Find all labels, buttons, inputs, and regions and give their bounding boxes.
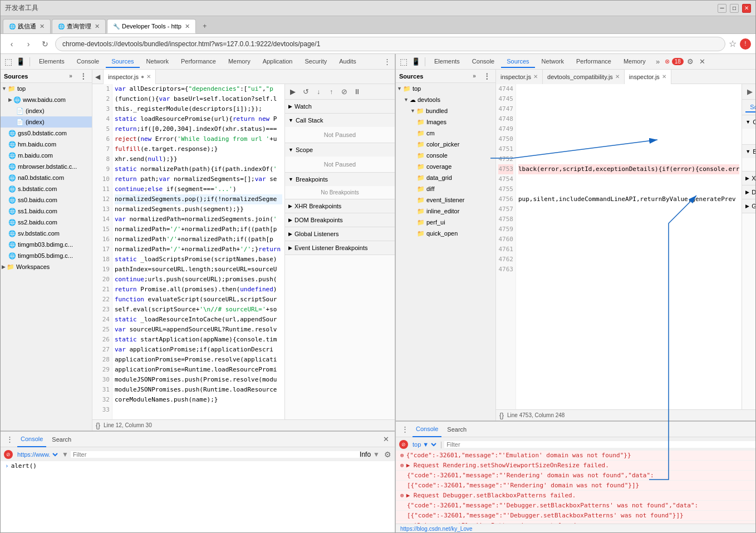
tree-item-ss2[interactable]: 🌐 ss2.baidu.com <box>1 217 92 228</box>
left-xhr-header[interactable]: ▶ XHR Breakpoints <box>285 199 395 213</box>
tree-item-m[interactable]: 🌐 m.baidu.com <box>1 150 92 161</box>
console-msg-1[interactable]: ⊗ ▶ Request Rendering.setShowViewportSiz… <box>396 461 755 471</box>
right-tree-bundled[interactable]: ▼ 📁 bundled <box>396 105 495 116</box>
tree-item-top[interactable]: ▼ 📁 top <box>1 83 92 94</box>
right-console-menu[interactable]: ⋮ <box>399 424 410 435</box>
step-over-icon[interactable]: ↺ <box>300 86 311 97</box>
device-icon[interactable]: 📱 <box>15 56 26 67</box>
more-tabs-left[interactable]: ⋮ <box>381 56 392 67</box>
inspect-icon[interactable]: ⬚ <box>3 56 14 67</box>
tab-jianxintong[interactable]: 🌐 践信通 ✕ <box>3 19 51 33</box>
tree-item-sv[interactable]: 🌐 sv.bdstatic.com <box>1 228 92 239</box>
right-tab-sources[interactable]: Sources <box>501 56 534 68</box>
right-tab-performance[interactable]: Performance <box>571 56 617 68</box>
back-button[interactable]: ‹ <box>5 37 18 51</box>
close-button[interactable]: ✕ <box>742 4 751 13</box>
right-callstack-header[interactable]: ▼ Call Stack <box>742 115 755 129</box>
right-device-icon[interactable]: 📱 <box>410 56 421 67</box>
sources-menu-icon[interactable]: ⋮ <box>77 71 89 82</box>
right-console-tab[interactable]: Console <box>413 422 441 437</box>
right-tree-devtools[interactable]: ▼ ☁ devtools <box>396 94 495 105</box>
right-global-header[interactable]: ▶ Global Listeners <box>742 199 755 213</box>
tab-elements-left[interactable]: Elements <box>33 56 70 68</box>
left-url-select[interactable]: https://www. <box>15 451 60 458</box>
right-close-icon[interactable]: ✕ <box>697 56 708 67</box>
right-tab-memory[interactable]: Memory <box>618 56 651 68</box>
right-tree-diff[interactable]: 📁 diff <box>396 183 495 194</box>
right-code-tab-1[interactable]: inspector.js ✕ <box>496 70 543 84</box>
left-search-tab[interactable]: Search <box>48 432 75 447</box>
tab-console-left[interactable]: Console <box>71 56 105 68</box>
right-settings-icon[interactable]: ⚙ <box>685 56 696 67</box>
code-tab-close[interactable]: ✕ <box>146 74 151 80</box>
right-tree-top[interactable]: ▼ 📁 top <box>396 83 495 94</box>
tree-item-ss1[interactable]: 🌐 ss1.baidu.com <box>1 206 92 217</box>
tab-application-left[interactable]: Application <box>257 56 298 68</box>
right-sources-menu[interactable]: ⋮ <box>481 71 492 82</box>
right-console-stop-icon[interactable]: ⊘ <box>399 440 408 449</box>
tree-item-mbrowser[interactable]: 🌐 mbrowser.bdstatic.c... <box>1 161 92 172</box>
left-dom-header[interactable]: ▶ DOM Breakpoints <box>285 213 395 227</box>
right-code-tab-2[interactable]: devtools_compatibility.js ✕ <box>543 70 625 84</box>
tab-close-icon[interactable]: ✕ <box>36 23 45 30</box>
right-tree-inlineeditor[interactable]: 📁 inline_editor <box>396 206 495 217</box>
address-input[interactable] <box>55 37 725 51</box>
left-filter-input[interactable] <box>71 451 360 458</box>
left-console-settings[interactable]: ⚙ <box>384 450 391 459</box>
right-tree-cm[interactable]: 📁 cm <box>396 128 495 139</box>
right-tree-images[interactable]: 📁 Images <box>396 116 495 128</box>
right-code-tab-3[interactable]: inspector.js ✕ <box>625 70 671 84</box>
right-tree-coverage[interactable]: 📁 coverage <box>396 161 495 172</box>
step-out-icon[interactable]: ↑ <box>326 86 337 97</box>
tab-sources-left[interactable]: Sources <box>106 56 139 68</box>
tree-item-s[interactable]: 🌐 s.bdstatic.com <box>1 183 92 194</box>
bookmark-button[interactable]: ☆ <box>729 38 737 49</box>
new-tab-button[interactable]: + <box>197 19 213 33</box>
maximize-button[interactable]: □ <box>730 4 739 13</box>
tab-network-left[interactable]: Network <box>141 56 174 68</box>
right-search-tab[interactable]: Search <box>444 422 470 437</box>
right-code-tab-close-3[interactable]: ✕ <box>662 74 666 80</box>
right-inspect-icon[interactable]: ⬚ <box>398 56 409 67</box>
left-code-editor[interactable]: 12345 678910 1112131415 1617181920 21222… <box>92 84 284 419</box>
right-filter-input[interactable] <box>444 441 755 448</box>
tree-item-ss0[interactable]: 🌐 ss0.baidu.com <box>1 194 92 206</box>
left-global-header[interactable]: ▶ Global Listeners <box>285 227 395 241</box>
deactivate-icon[interactable]: ⊘ <box>338 86 350 97</box>
right-tree-eventlistener[interactable]: 📁 event_listener <box>396 194 495 206</box>
right-tree-console[interactable]: 📁 console <box>396 150 495 161</box>
tab-close-icon-2[interactable]: ✕ <box>91 23 100 30</box>
tab-close-icon-3[interactable]: ✕ <box>181 23 190 30</box>
tab-audits-left[interactable]: Audits <box>333 56 362 68</box>
tree-item-index1[interactable]: 📄 (index) <box>1 105 92 116</box>
tree-item-index2[interactable]: 📄 (index) <box>1 116 92 128</box>
right-xhr-header[interactable]: ▶ XHR Breakpoints <box>742 172 755 185</box>
tree-item-na0[interactable]: 🌐 na0.bdstatic.com <box>1 172 92 183</box>
right-tree-perfui[interactable]: 📁 perf_ui <box>396 217 495 228</box>
left-watch-header[interactable]: ▶ Watch <box>285 100 395 113</box>
right-tree-datagrid[interactable]: 📁 data_grid <box>396 172 495 183</box>
left-event-header[interactable]: ▶ Event Listener Breakpoints <box>285 241 395 255</box>
tab-memory-left[interactable]: Memory <box>223 56 256 68</box>
left-callstack-header[interactable]: ▼ Call Stack <box>285 114 395 127</box>
left-console-prompt-line[interactable]: › alert() <box>1 461 395 471</box>
left-console-stop-icon[interactable]: ⊘ <box>4 450 13 459</box>
console-msg-0[interactable]: ⊗ {"code":-32601,"message":"'Emulation' … <box>396 451 755 461</box>
sources-expand-icon[interactable]: » <box>65 71 76 82</box>
right-code-tab-close-2[interactable]: ✕ <box>615 74 620 80</box>
left-console-menu[interactable]: ⋮ <box>4 434 15 445</box>
reload-button[interactable]: ↻ <box>38 37 52 51</box>
tree-item-timgmb03[interactable]: 🌐 timgmb03.bdimg.c... <box>1 239 92 250</box>
right-more-tabs[interactable]: » <box>652 56 664 67</box>
forward-button[interactable]: › <box>22 37 35 51</box>
tree-item-baidu[interactable]: ▶ 🌐 www.baidu.com <box>1 94 92 105</box>
right-tab-network[interactable]: Network <box>536 56 570 68</box>
minimize-button[interactable]: ─ <box>718 4 726 13</box>
tree-item-hm[interactable]: 🌐 hm.baidu.com <box>1 139 92 150</box>
tab-performance-left[interactable]: Performance <box>175 56 222 68</box>
right-tree-quickopen[interactable]: 📁 quick_open <box>396 228 495 239</box>
right-tab-console[interactable]: Console <box>467 56 500 68</box>
play-icon[interactable]: ▶ <box>287 86 298 97</box>
pause-on-exception-icon[interactable]: ⏸ <box>351 86 362 97</box>
tab-devtools[interactable]: 🔧 Developer Tools - http ✕ <box>107 19 196 33</box>
